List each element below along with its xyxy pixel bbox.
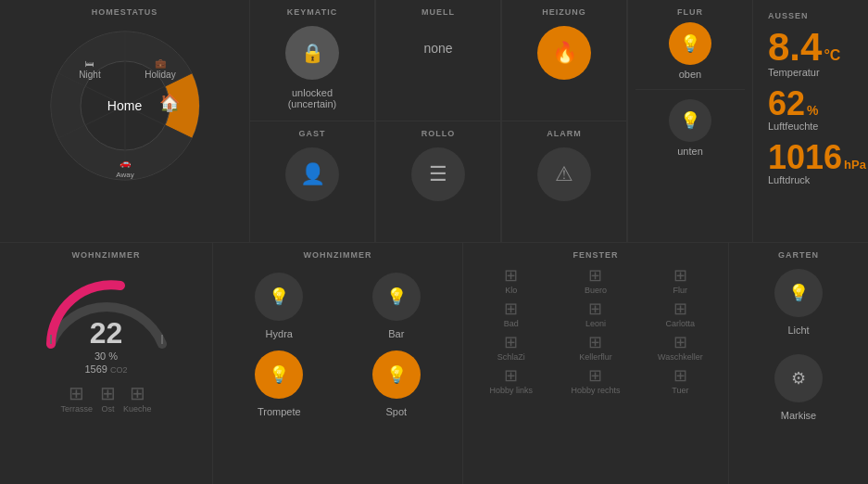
window-ost-label: Ost bbox=[101, 404, 114, 414]
fenster-carlotta-icon: ⊞ bbox=[673, 299, 687, 319]
window-kueche[interactable]: ⊞ Kueche bbox=[123, 382, 152, 414]
fenster-carlotta-label: Carlotta bbox=[666, 319, 696, 328]
gast-panel: GAST 👤 bbox=[250, 121, 375, 242]
light-spot-label: Spot bbox=[385, 406, 407, 417]
fenster-klo-icon: ⊞ bbox=[504, 265, 518, 286]
alarm-title: ALARM bbox=[547, 129, 582, 138]
light-spot-button[interactable]: 💡 bbox=[372, 350, 421, 399]
fenster-kellerflur[interactable]: ⊞Kellerflur bbox=[555, 332, 635, 362]
fenster-schlazi[interactable]: ⊞SchlaZi bbox=[471, 332, 551, 362]
flur-items: 💡 oben 💡 unten bbox=[635, 22, 745, 157]
fenster-flur-label: Flur bbox=[673, 286, 688, 295]
fenster-flur-icon: ⊞ bbox=[673, 265, 687, 286]
light-trompete[interactable]: 💡 Trompete bbox=[224, 347, 334, 417]
fenster-title: FENSTER bbox=[572, 250, 618, 260]
window-ost[interactable]: ⊞ Ost bbox=[100, 382, 116, 414]
light-hydra[interactable]: 💡 Hydra bbox=[224, 269, 334, 339]
window-terrasse[interactable]: ⊞ Terrasse bbox=[60, 382, 93, 414]
fenster-klo[interactable]: ⊞Klo bbox=[471, 265, 551, 295]
fenster-buero[interactable]: ⊞Buero bbox=[555, 265, 635, 295]
flur-oben-button[interactable]: 💡 bbox=[669, 22, 711, 65]
fenster-flur[interactable]: ⊞Flur bbox=[640, 265, 721, 295]
svg-text:🛏: 🛏 bbox=[85, 58, 94, 69]
fenster-hobbyrechts[interactable]: ⊞Hobby rechts bbox=[555, 365, 635, 395]
flur-title: FLUR bbox=[677, 7, 703, 17]
fenster-tuer[interactable]: ⊞Tuer bbox=[640, 365, 721, 395]
aussen-press-unit: hPa bbox=[844, 158, 866, 172]
rollo-button[interactable]: ☰ bbox=[411, 147, 465, 201]
gast-title: GAST bbox=[298, 129, 325, 138]
fenster-tuer-label: Tuer bbox=[672, 386, 688, 395]
light-spot[interactable]: 💡 Spot bbox=[342, 347, 452, 417]
fenster-leoni-icon: ⊞ bbox=[588, 299, 602, 319]
keymatic-title: KEYMATIC bbox=[287, 7, 337, 17]
garten-markise[interactable]: ⚙ Markise bbox=[774, 350, 823, 421]
gast-button[interactable]: 👤 bbox=[285, 147, 339, 201]
window-kueche-label: Kueche bbox=[123, 404, 152, 414]
garten-title: GARTEN bbox=[778, 250, 819, 260]
fenster-hobbylinks-icon: ⊞ bbox=[504, 365, 518, 386]
temp-value: 22 bbox=[90, 316, 123, 350]
fenster-waschkeller-label: Waschkeller bbox=[658, 352, 703, 362]
fenster-hobbyrechts-icon: ⊞ bbox=[588, 365, 602, 386]
co2-value: 1569 bbox=[84, 363, 107, 375]
aussen-press-display: 1016 hPa bbox=[768, 141, 866, 174]
fenster-hobbylinks-label: Hobby links bbox=[489, 386, 533, 395]
flur-unten-button[interactable]: 💡 bbox=[669, 99, 711, 142]
aussen-temperature: 8.4 bbox=[768, 28, 822, 67]
window-items: ⊞ Terrasse ⊞ Ost ⊞ Kueche bbox=[60, 382, 151, 414]
garten-panel: GARTEN 💡 Licht ⚙ Markise bbox=[729, 243, 868, 485]
svg-text:🏠: 🏠 bbox=[159, 93, 181, 113]
fenster-grid: ⊞Klo ⊞Buero ⊞Flur ⊞Bad ⊞Leoni ⊞Carlotta … bbox=[471, 265, 721, 395]
aussen-humid-label: Luftfeuchte bbox=[768, 121, 818, 132]
aussen-humid-unit: % bbox=[807, 103, 818, 118]
fenster-hobbylinks[interactable]: ⊞Hobby links bbox=[471, 365, 551, 395]
rollo-panel: ROLLO ☰ bbox=[376, 121, 501, 242]
garten-licht[interactable]: 💡 Licht bbox=[774, 265, 823, 336]
homestatus-pie[interactable]: 🛏 Night 💼 Holiday 🚗 Away 🏠 Home bbox=[42, 22, 208, 189]
light-bar[interactable]: 💡 Bar bbox=[342, 269, 452, 339]
fenster-hobbyrechts-label: Hobby rechts bbox=[571, 386, 620, 395]
fenster-bad[interactable]: ⊞Bad bbox=[471, 299, 551, 328]
fenster-tuer-icon: ⊞ bbox=[673, 365, 687, 386]
alarm-button[interactable]: ⚠ bbox=[537, 147, 591, 201]
percent-row: 30 % bbox=[94, 350, 118, 362]
aussen-humidity: 62 bbox=[768, 87, 805, 121]
flur-oben[interactable]: 💡 oben bbox=[669, 22, 711, 80]
homestatus-title: HOMESTATUS bbox=[92, 7, 158, 17]
fenster-waschkeller-icon: ⊞ bbox=[673, 332, 687, 352]
garten-markise-button[interactable]: ⚙ bbox=[774, 354, 823, 402]
light-bar-label: Bar bbox=[388, 328, 404, 339]
fenster-carlotta[interactable]: ⊞Carlotta bbox=[640, 299, 721, 328]
garten-markise-label: Markise bbox=[781, 410, 817, 421]
keymatic-button[interactable]: 🔒 bbox=[285, 26, 339, 80]
light-trompete-button[interactable]: 💡 bbox=[255, 350, 303, 399]
fenster-waschkeller[interactable]: ⊞Waschkeller bbox=[640, 332, 721, 362]
percent-unit: % bbox=[108, 350, 118, 362]
fenster-leoni-label: Leoni bbox=[585, 319, 606, 328]
flur-oben-label: oben bbox=[679, 69, 701, 80]
fenster-leoni[interactable]: ⊞Leoni bbox=[555, 299, 635, 328]
wohnzimmer-lights-title: WOHNZIMMER bbox=[304, 250, 372, 260]
fenster-panel: FENSTER ⊞Klo ⊞Buero ⊞Flur ⊞Bad ⊞Leoni ⊞C… bbox=[463, 243, 729, 485]
wohnzimmer-temp-panel: WOHNZIMMER 22 30 % 1569 CO2 ⊞ bbox=[0, 243, 213, 485]
co2-unit: CO2 bbox=[110, 365, 128, 375]
window-terrasse-icon: ⊞ bbox=[69, 382, 84, 404]
light-bar-button[interactable]: 💡 bbox=[372, 273, 421, 321]
light-hydra-label: Hydra bbox=[266, 328, 293, 339]
svg-text:Holiday: Holiday bbox=[145, 70, 175, 80]
window-kueche-icon: ⊞ bbox=[130, 382, 145, 404]
garten-licht-label: Licht bbox=[787, 325, 809, 336]
fenster-schlazi-icon: ⊞ bbox=[504, 332, 518, 352]
aussen-temp-display: 8.4 °C bbox=[768, 28, 840, 67]
fenster-schlazi-label: SchlaZi bbox=[497, 352, 525, 362]
flur-unten[interactable]: 💡 unten bbox=[669, 99, 711, 157]
fenster-bad-label: Bad bbox=[504, 319, 519, 328]
aussen-temp-unit: °C bbox=[824, 47, 840, 64]
light-hydra-button[interactable]: 💡 bbox=[255, 273, 303, 321]
aussen-panel: AUSSEN 8.4 °C Temperatur 62 % Luftfeucht… bbox=[753, 0, 868, 242]
flur-unten-label: unten bbox=[677, 146, 703, 157]
wohnzimmer-temp-title: WOHNZIMMER bbox=[72, 250, 141, 260]
garten-licht-button[interactable]: 💡 bbox=[774, 269, 823, 317]
heizung-button[interactable]: 🔥 bbox=[537, 26, 591, 80]
